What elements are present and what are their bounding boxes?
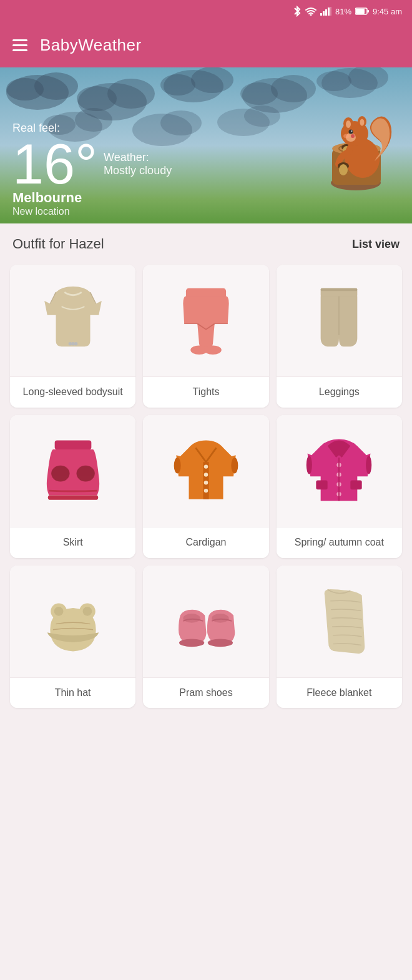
clothing-card-coat[interactable]: Spring/ autumn coat — [277, 415, 402, 558]
svg-rect-59 — [54, 441, 91, 450]
svg-point-56 — [204, 345, 222, 355]
clothing-card-shoes[interactable]: Pram shoes — [143, 566, 268, 708]
svg-point-46 — [351, 130, 353, 132]
svg-rect-3 — [325, 9, 327, 16]
svg-point-43 — [360, 119, 365, 126]
svg-rect-1 — [320, 13, 322, 16]
leggings-label: Leggings — [277, 377, 402, 408]
bluetooth-icon — [293, 6, 302, 17]
svg-point-65 — [204, 481, 208, 484]
svg-point-17 — [160, 74, 195, 96]
svg-point-45 — [349, 130, 353, 134]
outfit-title: Outfit for Hazel — [12, 236, 104, 252]
svg-point-67 — [174, 458, 181, 474]
bodysuit-label: Long-sleeved bodysuit — [10, 377, 135, 408]
clothing-card-blanket[interactable]: Fleece blanket — [277, 566, 402, 708]
weather-info: Real feel: 16° Weather: Mostly cloudy — [12, 122, 172, 192]
temperature-display: 16° — [12, 136, 97, 192]
status-bar: 81% 9:45 am — [0, 0, 412, 22]
shoes-label: Pram shoes — [143, 678, 268, 708]
weather-label: Weather: — [104, 151, 172, 164]
svg-point-85 — [212, 614, 229, 623]
svg-rect-7 — [368, 10, 370, 12]
clothing-card-cardigan[interactable]: Cardigan — [143, 415, 268, 558]
clothing-card-tights[interactable]: Tights — [143, 265, 268, 408]
signal-icon — [320, 7, 331, 16]
wifi-icon — [305, 7, 316, 16]
bodysuit-image — [10, 265, 135, 377]
leggings-image — [277, 265, 402, 377]
svg-point-63 — [204, 465, 208, 469]
clothing-card-skirt[interactable]: Skirt — [10, 415, 135, 558]
svg-point-81 — [82, 607, 92, 616]
svg-point-30 — [244, 105, 280, 127]
battery-icon — [355, 7, 369, 15]
main-content: Outfit for Hazel List view — [0, 223, 412, 720]
clothing-card-bodysuit[interactable]: Long-sleeved bodysuit — [10, 265, 135, 408]
tights-label: Tights — [143, 377, 268, 408]
hat-image — [10, 566, 135, 678]
svg-rect-74 — [316, 481, 328, 490]
svg-rect-2 — [323, 11, 325, 16]
svg-point-0 — [310, 14, 311, 16]
svg-point-16 — [191, 67, 233, 93]
weather-condition: Mostly cloudy — [104, 164, 172, 177]
clothing-grid: Long-sleeved bodysuit — [10, 265, 402, 708]
coat-label: Spring/ autumn coat — [277, 527, 402, 558]
svg-point-66 — [204, 489, 208, 492]
time-display: 9:45 am — [373, 7, 402, 16]
skirt-image — [10, 415, 135, 527]
svg-point-50 — [339, 164, 348, 175]
svg-point-61 — [76, 466, 94, 482]
svg-rect-5 — [330, 7, 331, 16]
svg-point-47 — [351, 134, 355, 138]
svg-rect-75 — [351, 481, 362, 490]
svg-point-48 — [343, 134, 350, 139]
svg-point-60 — [51, 466, 69, 482]
svg-point-79 — [54, 607, 63, 616]
hamburger-menu[interactable] — [12, 39, 27, 51]
cardigan-image — [143, 415, 268, 527]
svg-point-83 — [183, 614, 200, 623]
svg-rect-4 — [328, 7, 330, 16]
svg-rect-8 — [356, 9, 365, 14]
coat-image — [277, 415, 402, 527]
skirt-label: Skirt — [10, 527, 135, 558]
shoes-image — [143, 566, 268, 678]
tights-image — [143, 265, 268, 377]
location-block: Melbourne New location — [12, 190, 82, 217]
svg-point-77 — [366, 456, 371, 474]
svg-point-68 — [231, 458, 238, 474]
location-hint: New location — [12, 206, 82, 217]
weather-banner: Real feel: 16° Weather: Mostly cloudy Me… — [0, 67, 412, 223]
outfit-header: Outfit for Hazel List view — [10, 236, 402, 252]
blanket-label: Fleece blanket — [277, 678, 402, 708]
city-name: Melbourne — [12, 190, 82, 206]
svg-point-84 — [208, 639, 233, 647]
squirrel-illustration — [281, 86, 406, 205]
svg-point-20 — [240, 82, 278, 105]
clothing-card-hat[interactable]: Thin hat — [10, 566, 135, 708]
battery-level: 81% — [335, 7, 351, 16]
blanket-image — [277, 566, 402, 678]
svg-point-82 — [179, 639, 204, 647]
svg-point-41 — [346, 120, 351, 128]
clothing-card-leggings[interactable]: Leggings — [277, 265, 402, 408]
app-header: BabyWeather — [0, 22, 412, 67]
status-icons: 81% 9:45 am — [293, 6, 402, 17]
hat-label: Thin hat — [10, 678, 135, 708]
cardigan-label: Cardigan — [143, 527, 268, 558]
svg-point-11 — [6, 78, 44, 100]
svg-point-14 — [77, 86, 117, 111]
list-view-button[interactable]: List view — [352, 238, 400, 251]
app-title: BabyWeather — [40, 36, 142, 55]
svg-point-64 — [204, 473, 208, 477]
svg-point-53 — [74, 341, 77, 345]
svg-rect-58 — [321, 288, 358, 291]
svg-point-76 — [307, 456, 312, 474]
